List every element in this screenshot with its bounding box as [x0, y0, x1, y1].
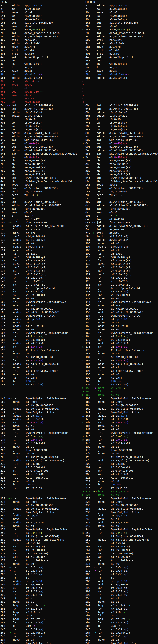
- arrow-gutter: [92, 32, 97, 34]
- asm-line-current: 144: jal DynaPolyInfo_SetActorMove: [79, 300, 158, 304]
- instruction-address: 158:: [0, 293, 8, 296]
- branch-arrow-out-icon: ~>: [31, 624, 36, 627]
- operands: a1,a1,0x2d0e: [111, 472, 130, 476]
- mnemonic: jal: [11, 32, 24, 34]
- operands: a2,v0: [111, 452, 119, 455]
- operands: 284: [24, 97, 29, 100]
- arrow-gutter: [8, 531, 13, 534]
- asm-line-current: i 1c8: addiu a1,sp,0x48: [79, 414, 158, 417]
- arrow-gutter: [93, 262, 98, 266]
- arrow-gutter: [93, 510, 98, 514]
- marker-gutter: [79, 11, 85, 14]
- operands: a3,$f0: [110, 52, 119, 55]
- mnemonic: lui: [98, 542, 111, 544]
- operands: zero,0x24(sp): [26, 283, 47, 286]
- operand-diff-highlight: 0x48: [121, 318, 127, 320]
- mnemonic: move: [98, 352, 111, 355]
- operands: a3,: [111, 435, 116, 438]
- instruction-address: 1a8:: [0, 362, 8, 365]
- instruction-address: 278:: [0, 559, 8, 562]
- operands: t4,0x130(s0): [26, 548, 45, 552]
- arrow-gutter: [92, 135, 97, 138]
- arrow-gutter: [8, 256, 13, 258]
- asm-line-target: fc: b 110 ~>: [0, 214, 79, 217]
- diff-marker: |: [79, 73, 85, 76]
- asm-line-target: 234: move a1,zero: [0, 500, 79, 504]
- asm-line-target: 1f0: lw a3,0x4c(sp): [0, 434, 79, 438]
- asm-line-target: 2b8: li at,1: [0, 614, 79, 617]
- branch-arrow-out-icon: ~>: [113, 214, 118, 217]
- mnemonic: move: [98, 600, 111, 603]
- operands: t3,t3,%lo(func_80A87F44): [26, 459, 64, 462]
- operands: $f10,0x28(s0): [26, 259, 47, 262]
- mnemonic: sw: [98, 345, 111, 348]
- arrow-gutter: [93, 466, 98, 469]
- asm-line-current: 1c4: jal DynaPolyInfo_Alloc: [79, 410, 158, 414]
- asm-line-target: b8: lw a0,0x44(sp): [0, 155, 79, 159]
- arrow-gutter: [8, 621, 13, 624]
- instruction-address: e8:: [0, 197, 7, 200]
- asm-line-current: 2cc: move a0,a3: [79, 638, 158, 641]
- instruction-address: 268:: [85, 552, 93, 555]
- instruction-address: 118:: [0, 238, 8, 241]
- mnemonic: addiu: [11, 76, 24, 79]
- operand-diff-highlight: 0x48(sp): [116, 531, 129, 534]
- arrow-gutter: [8, 421, 13, 424]
- instruction-address: 264:: [85, 548, 93, 552]
- marker-gutter: [79, 342, 85, 345]
- operands: at,-1: [110, 66, 118, 69]
- arrow-gutter: [8, 552, 13, 555]
- instruction-address: 240:: [0, 510, 8, 514]
- mnemonic: mfc1: [11, 52, 24, 55]
- operand-diff-highlight: 0x44(sp): [31, 345, 44, 348]
- arrow-gutter: [7, 207, 11, 210]
- asm-line-target: [0, 386, 79, 390]
- arrow-gutter: [93, 531, 98, 534]
- instruction-address: 1c4:: [0, 397, 8, 400]
- arrow-gutter: [93, 362, 98, 365]
- mnemonic: lwc1: [98, 266, 111, 269]
- arrow-gutter: [8, 510, 13, 514]
- arrow-gutter: [8, 624, 13, 627]
- arrow-gutter: [8, 562, 13, 565]
- arrow-gutter: [7, 190, 11, 193]
- instruction-address: 9c:: [0, 131, 7, 134]
- mnemonic: move: [97, 183, 110, 186]
- arrow-gutter: [8, 521, 13, 524]
- mnemonic: addiu: [97, 76, 110, 79]
- instruction-address: 29c:: [85, 597, 93, 600]
- asm-line-target: 178: move a0,s1: [0, 321, 79, 324]
- operands: a3,: [26, 531, 31, 534]
- arrow-gutter: [93, 586, 98, 590]
- asm-line-target: 28: jal Actor_ProcessInitChain: [0, 31, 79, 35]
- asm-line-target: 17c: addiu a1,s1,0x810: [0, 324, 79, 328]
- mnemonic: move: [13, 524, 26, 527]
- arrow-gutter: [92, 159, 97, 162]
- operands: ra: [111, 576, 114, 579]
- operands: a0,s1: [26, 352, 34, 355]
- operands: t2,0xff: [111, 376, 122, 379]
- arrow-gutter: [8, 418, 13, 420]
- instruction-address: 22c:: [0, 486, 8, 490]
- asm-line-current: a4: sb zero,0x30e(s0): [79, 162, 158, 166]
- instruction-address: 1b4:: [0, 372, 8, 376]
- arrow-gutter: [93, 634, 98, 638]
- mnemonic: lui: [97, 186, 110, 190]
- mnemonic: nop: [11, 197, 24, 200]
- mnemonic: lw: [97, 156, 110, 158]
- branch-arrow-out-icon: ~>: [29, 97, 34, 100]
- instruction-address: 118:: [85, 262, 93, 266]
- diff-marker: >: [79, 490, 85, 493]
- operands: zero,0x30e(s0): [24, 162, 47, 166]
- operands: Collider_SetCylinder: [111, 369, 143, 372]
- diff-marker: <: [79, 90, 85, 93]
- marker-gutter: [79, 383, 85, 386]
- asm-line-current: 2d0: jal DynaPolyInfo_Free: [79, 641, 158, 644]
- branch-arrow-out-icon: ~>: [39, 90, 44, 93]
- instruction-address: b0:: [85, 173, 92, 176]
- operands: t8,0x18(sp): [24, 121, 42, 124]
- asm-line-current: 120: sw zero,0x1c(sp): [79, 269, 158, 272]
- mnemonic: lw: [98, 438, 111, 441]
- asm-line-current: 2c0: lw ra,0x14(sp): [79, 628, 158, 631]
- marker-gutter: [79, 286, 85, 290]
